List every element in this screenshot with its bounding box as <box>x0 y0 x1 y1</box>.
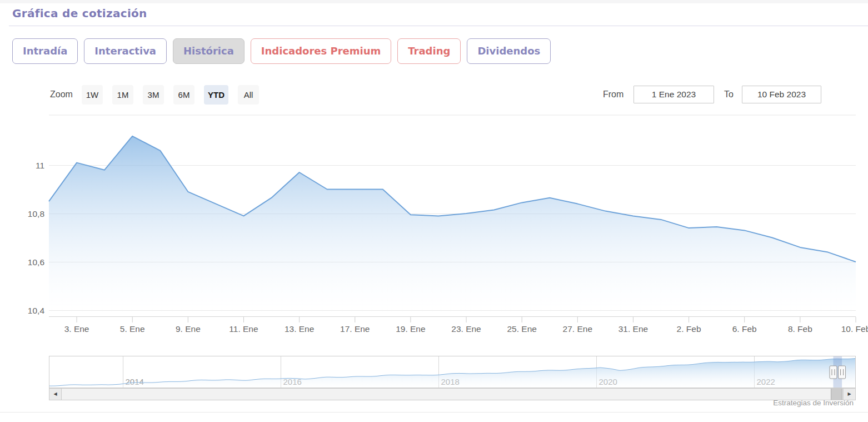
price-chart-section: Gráfica de cotización IntradíaInteractiv… <box>0 0 868 422</box>
bottom-divider <box>0 412 868 413</box>
scrollbar-right-button[interactable]: ▶ <box>843 389 855 400</box>
y-axis-label: 10,8 <box>28 209 44 219</box>
navigator-area-fill <box>49 359 856 388</box>
x-axis-label: 23. Ene <box>451 324 481 334</box>
x-axis-label: 3. Ene <box>64 324 89 334</box>
plot-area[interactable] <box>49 115 856 316</box>
stock-chart-svg: 1110,810,610,43. Ene5. Ene9. Ene11. Ene1… <box>0 0 868 422</box>
x-axis-label: 31. Ene <box>618 324 648 334</box>
x-axis-label: 8. Feb <box>788 324 812 334</box>
scrollbar-left-arrow-icon: ◀ <box>53 392 57 396</box>
y-axis-label: 11 <box>36 161 44 170</box>
chart-credit: Estrategias de Inversión <box>773 399 854 407</box>
navigator-handle-right[interactable] <box>839 366 846 379</box>
navigator-handle-left[interactable] <box>830 366 837 379</box>
y-axis-label: 10,6 <box>28 257 44 267</box>
scrollbar-left-button[interactable]: ◀ <box>49 389 62 400</box>
x-axis-label: 19. Ene <box>396 324 425 334</box>
x-axis-label: 9. Ene <box>176 324 201 334</box>
scrollbar-right-arrow-icon: ▶ <box>847 392 851 396</box>
x-axis-label: 10. Feb <box>841 324 868 334</box>
navigator-scrollbar[interactable]: ◀ ▶ <box>49 388 856 400</box>
scrollbar-thumb[interactable] <box>831 389 842 400</box>
x-axis-label: 6. Feb <box>732 324 757 334</box>
x-axis-label: 13. Ene <box>285 324 314 334</box>
x-axis-label: 2. Feb <box>677 324 701 334</box>
x-axis-label: 11. Ene <box>229 324 258 334</box>
x-axis-label: 25. Ene <box>507 324 536 334</box>
y-axis-label: 10,4 <box>28 306 45 315</box>
x-axis-label: 17. Ene <box>340 324 370 334</box>
x-axis-label: 5. Ene <box>120 324 145 334</box>
x-axis-label: 27. Ene <box>563 324 592 334</box>
